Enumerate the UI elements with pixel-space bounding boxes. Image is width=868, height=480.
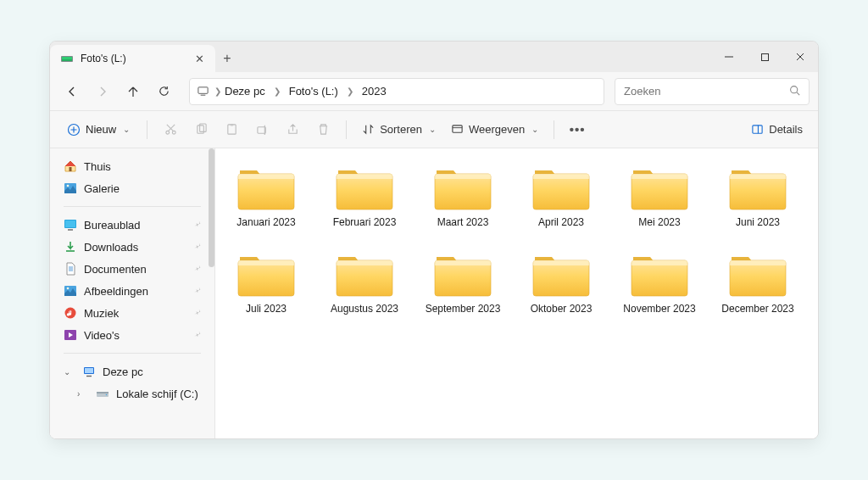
svg-point-32	[67, 185, 70, 187]
folder-item[interactable]: Oktober 2023	[519, 247, 604, 318]
sidebar-item-drive-c[interactable]: › Lokale schijf (C:)	[53, 382, 211, 405]
folder-item[interactable]: Augustus 2023	[322, 247, 407, 318]
up-button[interactable]	[120, 79, 147, 104]
sidebar-item-home[interactable]: Thuis	[53, 155, 211, 177]
sidebar-item-music[interactable]: Muziek	[53, 302, 211, 324]
folder-item[interactable]: April 2023	[519, 160, 604, 232]
sidebar-item-label: Lokale schijf (C:)	[116, 388, 198, 400]
folder-item[interactable]: November 2023	[617, 247, 702, 318]
sidebar-item-label: Bureaublad	[84, 219, 141, 232]
svg-point-49	[106, 394, 108, 396]
window-controls	[711, 42, 818, 72]
sidebar-item-documents[interactable]: Documenten	[53, 258, 211, 280]
chevron-down-icon[interactable]: ⌄	[64, 367, 75, 377]
folder-icon	[728, 164, 787, 211]
svg-line-12	[797, 92, 799, 94]
navigation-pane: Thuis Galerie Bureaublad Downloads Docum…	[50, 148, 215, 438]
pin-icon	[193, 220, 203, 231]
sidebar-item-label: Deze pc	[103, 366, 143, 378]
folder-icon	[335, 164, 394, 211]
video-icon	[64, 328, 77, 342]
scrollbar[interactable]	[208, 148, 214, 438]
address-bar[interactable]: ❯ Deze pc ❯ Foto's (L:) ❯ 2023	[189, 78, 604, 105]
folder-label: Januari 2023	[236, 216, 295, 228]
chevron-right-icon: ❯	[274, 87, 281, 96]
folder-icon	[335, 250, 394, 298]
command-bar: Nieuw ⌄ Sorteren ⌄ Weergeven	[50, 111, 818, 148]
svg-point-16	[166, 131, 170, 134]
close-button[interactable]	[782, 42, 818, 72]
details-pane-button[interactable]: Details	[744, 117, 810, 142]
breadcrumb-item[interactable]: 2023	[359, 85, 390, 98]
search-input[interactable]	[624, 85, 789, 98]
sidebar-item-gallery[interactable]: Galerie	[53, 177, 211, 199]
pictures-icon	[64, 284, 77, 298]
back-button[interactable]	[58, 79, 86, 104]
breadcrumb-item[interactable]: Foto's (L:)	[286, 85, 342, 98]
pin-icon	[193, 330, 203, 341]
sort-button[interactable]: Sorteren ⌄	[355, 117, 442, 142]
search-box[interactable]	[615, 78, 810, 105]
breadcrumb: Deze pc ❯ Foto's (L:) ❯ 2023	[221, 79, 390, 104]
folder-icon	[236, 164, 296, 211]
refresh-button[interactable]	[150, 79, 177, 104]
cut-button[interactable]	[156, 117, 185, 142]
copy-button[interactable]	[186, 117, 215, 142]
folder-item[interactable]: Februari 2023	[322, 160, 407, 232]
folder-item[interactable]: December 2023	[715, 247, 800, 318]
svg-rect-45	[85, 368, 93, 373]
view-button[interactable]: Weergeven ⌄	[444, 117, 545, 142]
folder-icon	[236, 250, 296, 298]
pc-icon	[82, 365, 96, 378]
pin-icon	[193, 286, 203, 297]
sidebar-item-label: Thuis	[84, 160, 111, 173]
forward-button[interactable]	[89, 79, 116, 104]
sidebar-item-desktop[interactable]: Bureaublad	[53, 214, 211, 236]
delete-button[interactable]	[309, 117, 337, 142]
download-icon	[64, 240, 77, 254]
home-icon	[64, 159, 77, 173]
tab-close-button[interactable]: ✕	[193, 53, 205, 65]
breadcrumb-item[interactable]: Deze pc	[221, 85, 269, 98]
folder-label: Juli 2023	[246, 303, 287, 315]
new-button-label: Nieuw	[86, 123, 116, 136]
rename-button[interactable]	[248, 117, 276, 142]
folder-item[interactable]: Mei 2023	[617, 160, 702, 232]
sidebar-item-this-pc[interactable]: ⌄ Deze pc	[53, 360, 211, 382]
active-tab[interactable]: Foto's (L:) ✕	[50, 45, 215, 72]
sidebar-item-pictures[interactable]: Afbeeldingen	[53, 280, 211, 302]
folder-item[interactable]: Maart 2023	[420, 160, 505, 232]
sidebar-item-label: Muziek	[84, 307, 119, 320]
sidebar-item-label: Afbeeldingen	[84, 285, 148, 298]
sidebar-item-label: Documenten	[84, 263, 147, 276]
folder-item[interactable]: September 2023	[420, 247, 505, 318]
folder-item[interactable]: Januari 2023	[224, 160, 309, 232]
folder-item[interactable]: Juli 2023	[224, 247, 309, 318]
folder-label: Mei 2023	[638, 216, 680, 228]
chevron-down-icon: ⌄	[531, 125, 538, 134]
chevron-right-icon: ❯	[214, 87, 221, 96]
drive-icon	[96, 387, 109, 400]
svg-rect-9	[198, 87, 208, 94]
share-button[interactable]	[278, 117, 307, 142]
pin-icon	[193, 242, 203, 253]
folder-label: Februari 2023	[333, 216, 397, 228]
navigation-bar: ❯ Deze pc ❯ Foto's (L:) ❯ 2023	[50, 72, 818, 111]
folder-item[interactable]: Juni 2023	[715, 160, 800, 232]
folder-grid: Januari 2023Februari 2023Maart 2023April…	[224, 160, 810, 318]
svg-rect-28	[753, 126, 762, 133]
more-button[interactable]: •••	[563, 117, 592, 142]
folder-icon	[433, 250, 492, 298]
desktop-icon	[64, 218, 77, 232]
chevron-down-icon: ⌄	[429, 125, 436, 134]
folder-icon	[630, 250, 689, 298]
new-tab-button[interactable]: +	[215, 45, 239, 72]
maximize-button[interactable]	[747, 42, 782, 72]
new-button[interactable]: Nieuw ⌄	[58, 117, 138, 142]
minimize-button[interactable]	[711, 42, 747, 72]
document-icon	[64, 262, 77, 276]
sidebar-item-videos[interactable]: Video's	[53, 324, 211, 346]
chevron-right-icon[interactable]: ›	[77, 389, 89, 399]
sidebar-item-downloads[interactable]: Downloads	[53, 236, 211, 258]
paste-button[interactable]	[217, 117, 246, 142]
